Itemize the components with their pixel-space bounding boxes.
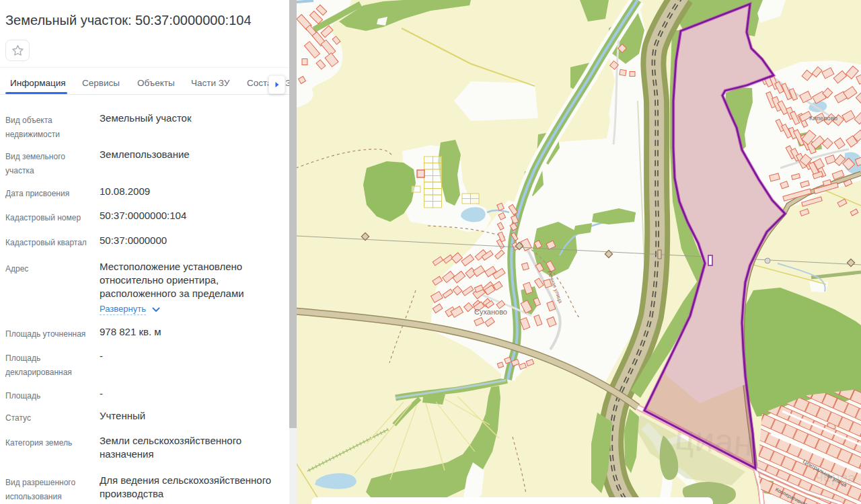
svg-text:черва: черва (815, 468, 857, 487)
svg-text:циан: циан (673, 417, 755, 463)
svg-text:Суханово: Суханово (474, 308, 507, 316)
svg-text:Кипелово: Кипелово (809, 114, 837, 122)
